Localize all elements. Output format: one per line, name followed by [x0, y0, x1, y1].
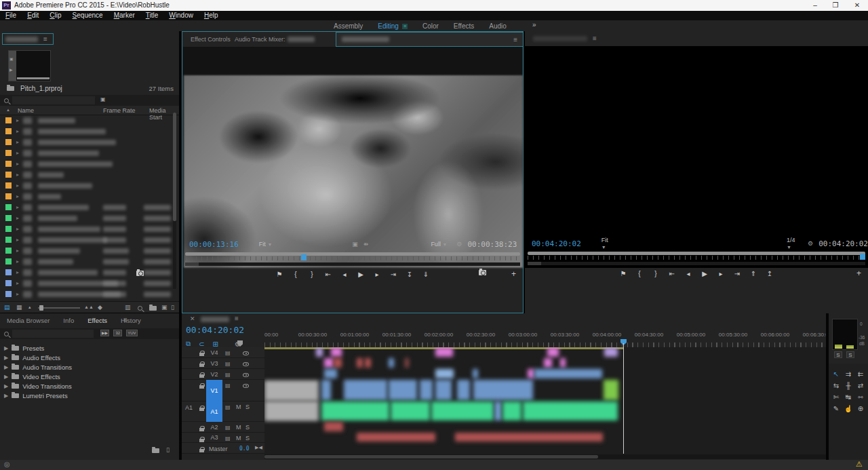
toggle-track-output-icon[interactable] — [243, 351, 249, 355]
timeline-clip[interactable] — [316, 347, 323, 357]
close-tab-icon[interactable]: ✕ — [190, 315, 195, 322]
track-target-badge[interactable]: V4 — [206, 347, 222, 358]
snap-button[interactable]: ⊂ — [199, 340, 204, 348]
panel-menu-icon[interactable]: ≡ — [235, 315, 239, 322]
source-scrub-bar[interactable] — [185, 252, 520, 262]
panel-tab[interactable]: Effects — [87, 317, 107, 324]
timeline-clip-area[interactable] — [264, 347, 826, 454]
video-track-header[interactable]: V2 ▤ — [182, 369, 264, 380]
close-button[interactable]: ✕ — [848, 0, 867, 10]
sync-lock-icon[interactable]: ▤ — [225, 404, 231, 410]
new-bin-icon[interactable] — [149, 305, 157, 312]
program-scrub-bar[interactable] — [528, 252, 865, 261]
column-frame-rate[interactable]: Frame Rate — [103, 107, 136, 114]
project-item-row[interactable]: ▸ — [0, 246, 171, 256]
track-lock-icon[interactable] — [199, 449, 204, 452]
timeline-clip[interactable] — [547, 347, 559, 357]
drag-video-icon[interactable]: ⇻ — [363, 241, 369, 248]
project-item-row[interactable]: ▸ — [0, 159, 171, 170]
workspace-menu-icon[interactable]: ≡ — [402, 24, 408, 29]
settings-strip-icon[interactable]: ▣ — [352, 241, 358, 248]
track-lock-icon[interactable] — [199, 385, 204, 389]
project-item-row[interactable]: ▸ — [0, 256, 171, 267]
step-forward-button[interactable]: ▸ — [370, 271, 384, 278]
razor-tool[interactable]: ✄ — [830, 392, 842, 404]
trash-icon[interactable]: ▯ — [171, 304, 174, 311]
icon-view-button[interactable]: ▦ — [16, 304, 22, 311]
overwrite-button[interactable]: ⇓ — [418, 271, 433, 278]
project-item-row[interactable]: ▸ — [0, 289, 171, 300]
sync-lock-icon[interactable]: ▤ — [225, 372, 231, 378]
timeline-clip[interactable] — [604, 380, 618, 400]
project-item-row[interactable]: ▸ — [0, 137, 171, 148]
source-zoom-scrollbar[interactable] — [185, 262, 520, 266]
toggle-track-output-icon[interactable] — [243, 384, 249, 388]
mark-out-button[interactable]: } — [648, 270, 663, 277]
timeline-horizontal-scrollbar[interactable] — [264, 454, 826, 459]
timeline-clip[interactable] — [389, 380, 417, 400]
menu-item[interactable]: Edit — [22, 11, 44, 20]
rate-stretch-tool[interactable]: ⇄ — [854, 380, 867, 392]
automate-to-sequence-button[interactable]: ▥ — [125, 304, 131, 311]
list-view-button[interactable]: ▤ — [4, 304, 10, 311]
button-editor-button[interactable]: + — [856, 269, 861, 278]
ripple-edit-tool[interactable]: ⇆ — [830, 380, 842, 392]
export-frame-button[interactable] — [479, 270, 486, 275]
timeline-clip[interactable] — [264, 380, 319, 400]
timeline-clip[interactable] — [324, 358, 334, 368]
menu-item[interactable]: Title — [140, 11, 164, 20]
project-item-row[interactable]: ▸ — [0, 267, 171, 278]
timeline-clip[interactable] — [334, 358, 342, 368]
lift-button[interactable]: ⇑ — [746, 270, 761, 277]
play-button[interactable]: ▶ — [353, 271, 368, 278]
hand-tool[interactable]: ☝ — [842, 404, 854, 415]
play-button[interactable]: ▶ — [697, 270, 712, 277]
track-select-backward-tool[interactable]: ⇇ — [854, 369, 867, 380]
project-item-row[interactable]: ▸ — [0, 224, 171, 235]
track-target-badge[interactable]: A2 — [206, 422, 222, 433]
timeline-clip[interactable] — [523, 402, 618, 420]
pen-tool[interactable]: ✎ — [830, 404, 842, 415]
timeline-clip[interactable] — [357, 358, 363, 368]
project-search-input[interactable] — [12, 96, 95, 104]
project-item-row[interactable]: ▸ — [0, 148, 171, 159]
tab-audio-track-mixer[interactable]: Audio Track Mixer: — [235, 36, 285, 43]
sort-icons-button[interactable]: ◆ — [98, 304, 102, 311]
track-lock-icon[interactable] — [199, 364, 204, 367]
pan-icon[interactable]: ▶◀ — [255, 445, 262, 450]
timeline-clip[interactable] — [544, 358, 552, 368]
solo-right-button[interactable]: S — [846, 351, 854, 358]
trash-icon[interactable]: ▯ — [166, 446, 170, 453]
expand-caret-icon[interactable]: ▶ — [4, 345, 8, 351]
mark-out-button[interactable]: } — [304, 271, 319, 278]
sync-lock-icon[interactable]: ▤ — [225, 361, 231, 367]
add-marker-button[interactable]: ⚑ — [272, 271, 287, 278]
timeline-clip[interactable] — [344, 380, 387, 400]
audio-track-header[interactable]: A1 A1 ▤ M S — [182, 402, 264, 422]
track-target-badge[interactable]: V2 — [206, 369, 222, 380]
toggle-track-output-icon[interactable] — [243, 373, 249, 377]
mute-button[interactable]: M — [236, 404, 241, 410]
project-preview-thumbnail[interactable]: ▣ ▶ — [8, 50, 51, 81]
timeline-timecode[interactable]: 00:04:20:02 — [186, 325, 244, 335]
new-custom-bin-icon[interactable] — [152, 448, 159, 454]
solo-button[interactable]: S — [245, 435, 250, 442]
extract-button[interactable]: ↥ — [762, 270, 777, 277]
preview-scrubber[interactable] — [17, 77, 50, 79]
tab-source-monitor[interactable]: ≡ — [336, 32, 524, 47]
insert-button[interactable]: ↧ — [402, 271, 417, 278]
timeline-clip[interactable] — [324, 369, 337, 378]
source-patch-label[interactable]: A1 — [185, 404, 193, 411]
yuv-badge[interactable]: YUV — [126, 330, 137, 336]
project-item-row[interactable]: ▸ — [0, 180, 171, 191]
go-to-in-button[interactable]: ⇤ — [665, 270, 679, 277]
timeline-clip[interactable] — [420, 380, 433, 400]
zoom-in-icon[interactable]: ▲▲ — [84, 305, 94, 309]
rolling-edit-tool[interactable]: ╫ — [842, 380, 854, 392]
track-lock-icon[interactable] — [199, 374, 204, 378]
timeline-clip[interactable] — [473, 380, 533, 400]
project-item-row[interactable]: ▸ — [0, 191, 171, 202]
step-forward-button[interactable]: ▸ — [713, 270, 728, 277]
settings-wrench-icon[interactable]: ⚙ — [808, 240, 813, 247]
timeline-clip[interactable] — [457, 380, 470, 400]
